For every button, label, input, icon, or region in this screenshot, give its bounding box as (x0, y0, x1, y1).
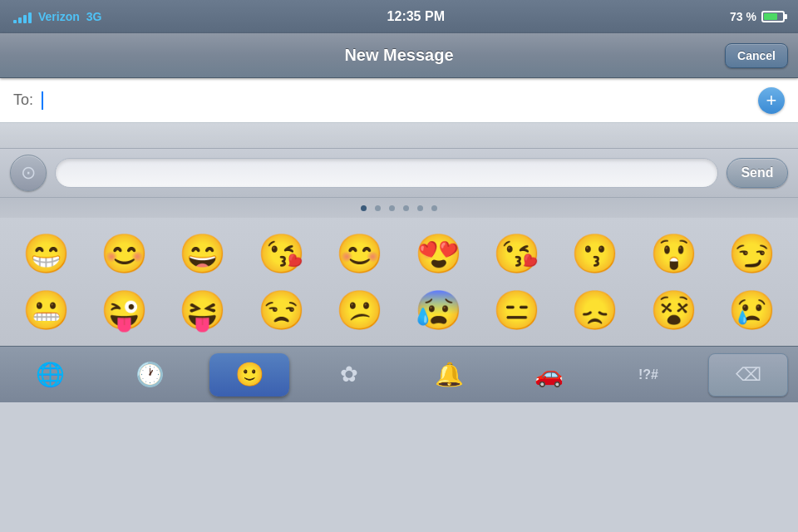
emoji-kissing-heart[interactable]: 😘 (484, 228, 550, 279)
emoji-disappointed[interactable]: 😞 (562, 284, 628, 336)
cancel-button[interactable]: Cancel (725, 43, 788, 68)
page-dot-3 (389, 205, 395, 211)
emoji-confused[interactable]: 😕 (327, 284, 393, 336)
status-left: Verizon 3G (13, 10, 101, 23)
emoji-cry[interactable]: 😢 (719, 284, 786, 336)
keyboard-bar: 🌐 🕐 🙂 ✿ 🔔 🚗 !?# ⌫ (0, 346, 798, 402)
emoji-unamused[interactable]: 😒 (248, 284, 314, 336)
nav-title: New Message (344, 46, 453, 65)
page-dot-1 (361, 205, 367, 211)
emoji-grid: 😁 😊 😄 😘 😊 😍 😘 😗 😲 😏 😬 😜 😝 😒 😕 😰 😑 😞 😵 😢 (0, 218, 798, 346)
emoji-smile[interactable]: 😊 (91, 228, 158, 279)
emoji-astonished[interactable]: 😲 (640, 228, 707, 279)
emoji-expressionless[interactable]: 😑 (484, 284, 550, 336)
camera-button[interactable]: ⊙ (10, 155, 47, 191)
to-input-area[interactable] (42, 91, 758, 110)
emoji-sweat[interactable]: 😰 (405, 284, 471, 336)
page-dot-5 (417, 205, 423, 211)
page-dot-2 (375, 205, 381, 211)
flower-key[interactable]: ✿ (309, 353, 389, 397)
page-dot-6 (431, 205, 437, 211)
emoji-smirk[interactable]: 😏 (719, 228, 786, 279)
add-recipient-button[interactable]: + (758, 87, 785, 114)
message-input-field[interactable] (55, 158, 718, 188)
emoji-wink-tongue[interactable]: 😜 (91, 284, 158, 336)
signal-bars-icon (13, 10, 32, 23)
emoji-heart-eyes[interactable]: 😍 (405, 228, 471, 279)
page-dot-4 (403, 205, 409, 211)
status-time: 12:35 PM (387, 9, 445, 24)
separator (0, 123, 798, 148)
status-right: 73 % (730, 10, 785, 23)
bell-key[interactable]: 🔔 (409, 353, 489, 397)
text-cursor (42, 91, 43, 110)
emoji-relaxed[interactable]: 😊 (327, 228, 393, 279)
send-button[interactable]: Send (727, 158, 788, 188)
battery-icon (761, 11, 785, 22)
emoji-grinning[interactable]: 😁 (12, 228, 79, 279)
to-field: To: + (0, 78, 798, 123)
emoji-row-2: 😬 😜 😝 😒 😕 😰 😑 😞 😵 😢 (7, 284, 791, 336)
battery-fill (764, 13, 777, 20)
emoji-row-1: 😁 😊 😄 😘 😊 😍 😘 😗 😲 😏 (7, 228, 791, 279)
symbols-key[interactable]: !?# (608, 353, 688, 397)
page-dots (0, 198, 798, 218)
network-label: 3G (86, 10, 102, 23)
delete-key[interactable]: ⌫ (708, 353, 788, 397)
emoji-wink[interactable]: 😘 (248, 228, 314, 279)
battery-percent: 73 % (730, 10, 756, 23)
to-label: To: (13, 91, 33, 109)
recent-key[interactable]: 🕐 (110, 353, 190, 397)
status-bar: Verizon 3G 12:35 PM 73 % (0, 0, 798, 33)
carrier-label: Verizon (38, 10, 80, 23)
emoji-dizzy-face[interactable]: 😵 (640, 284, 707, 336)
emoji-grin[interactable]: 😄 (170, 228, 236, 279)
emoji-kissing[interactable]: 😗 (562, 228, 628, 279)
emoji-key[interactable]: 🙂 (209, 353, 289, 397)
camera-icon: ⊙ (21, 162, 36, 184)
emoji-stuck-out-tongue[interactable]: 😝 (170, 284, 236, 336)
globe-key[interactable]: 🌐 (10, 353, 90, 397)
nav-bar: New Message Cancel (0, 33, 798, 78)
message-area: ⊙ Send (0, 148, 798, 198)
emoji-grimace[interactable]: 😬 (12, 284, 79, 336)
car-key[interactable]: 🚗 (509, 353, 589, 397)
